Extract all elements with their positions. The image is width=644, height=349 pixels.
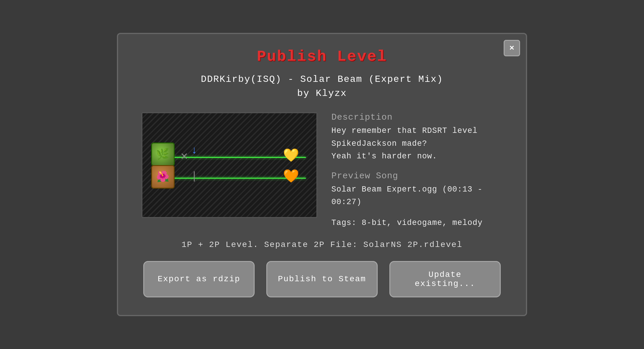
tags-section: Tags: 8-bit, videogame, melody <box>331 217 502 229</box>
description-section: Description Hey remember that RDSRT leve… <box>331 112 502 163</box>
update-existing-button[interactable]: Update existing... <box>389 261 501 297</box>
buttons-row: Export as rdzip Publish to Steam Update … <box>142 261 502 297</box>
tick-mark: | <box>191 170 197 182</box>
heart-top: 💛 <box>283 148 299 163</box>
description-label: Description <box>331 112 502 122</box>
character-bottom: 🌺 <box>151 165 175 189</box>
description-text: Hey remember that RDSRT level SpikedJack… <box>331 125 502 163</box>
preview-song-section: Preview Song Solar Beam Expert.ogg (00:1… <box>331 171 502 209</box>
publish-level-modal: × Publish Level DDRKirby(ISQ) - Solar Be… <box>117 33 527 316</box>
level-subtitle: DDRKirby(ISQ) - Solar Beam (Expert Mix) … <box>201 72 443 101</box>
export-rdzip-button[interactable]: Export as rdzip <box>143 261 255 297</box>
modal-title: Publish Level <box>257 48 387 65</box>
publish-to-steam-button[interactable]: Publish to Steam <box>266 261 378 297</box>
info-panel: Description Hey remember that RDSRT leve… <box>331 112 502 229</box>
tags-text: Tags: 8-bit, videogame, melody <box>331 217 502 229</box>
preview-song-text: Solar Beam Expert.ogg (00:13 -00:27) <box>331 183 502 209</box>
content-row: 🌿 🌺 ✕ ↓ | 💛 🧡 Description Hey remember t… <box>142 112 502 229</box>
x-mark: ✕ <box>181 149 188 163</box>
level-preview-image: 🌿 🌺 ✕ ↓ | 💛 🧡 <box>142 112 317 218</box>
footer-text: 1P + 2P Level. Separate 2P File: SolarNS… <box>182 240 463 249</box>
tags-value: 8-bit, videogame, melody <box>362 218 483 227</box>
preview-song-label: Preview Song <box>331 171 502 181</box>
heart-bottom: 🧡 <box>283 168 299 184</box>
character-top: 🌿 <box>151 143 175 166</box>
down-arrow-icon: ↓ <box>191 145 197 157</box>
close-button[interactable]: × <box>504 40 520 56</box>
tags-label: Tags: <box>331 218 357 227</box>
